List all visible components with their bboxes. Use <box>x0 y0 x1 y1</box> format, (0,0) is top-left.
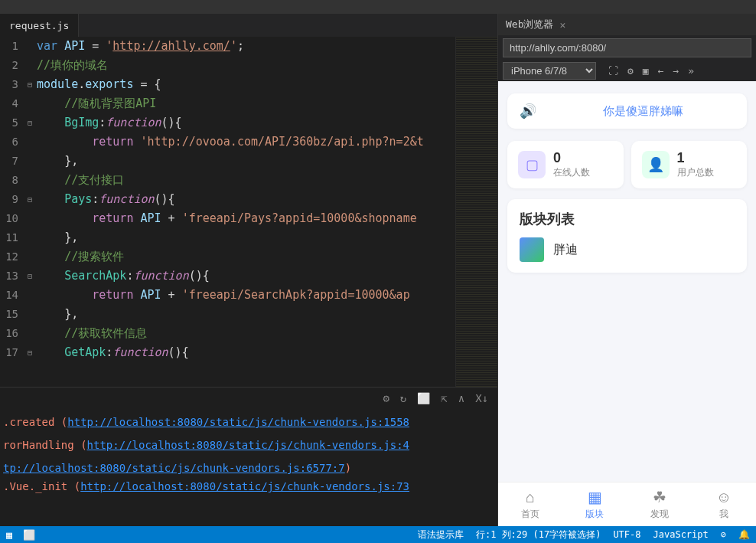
no-signal-icon[interactable]: ⊘ <box>721 529 726 540</box>
devtools-icon[interactable]: ▣ <box>643 65 649 77</box>
stack-link[interactable]: http://localhost:8080/static/js/chunk-ve… <box>87 439 409 451</box>
minimap[interactable] <box>455 37 497 387</box>
editor-panel: request.js 1234567891011121314151617 ⊟⊟⊟… <box>0 14 497 526</box>
grid-icon[interactable]: ▦ <box>6 529 12 541</box>
file-tab-request-js[interactable]: request.js <box>0 14 79 37</box>
url-bar <box>498 35 756 60</box>
code-content[interactable]: var API = 'http://ahlly.com/';//填你的域名mod… <box>37 37 455 387</box>
bottom-nav: ⌂ 首页 ▦ 版块 ☘ 发现 ☺ 我 <box>498 482 756 526</box>
stack-link[interactable]: http://localhost:8080/static/js/chunk-ve… <box>80 480 409 492</box>
section-boards: 版块列表 胖迪 <box>507 199 747 273</box>
stats-row: ▢ 0 在线人数 👤 1 用户总数 <box>507 141 747 188</box>
banner-card: 🔊 你是傻逼胖娣嘛 <box>507 93 747 129</box>
terminal-output[interactable]: .created (http://localhost:8080/static/j… <box>0 408 497 526</box>
device-select[interactable]: iPhone 6/7/8 <box>503 62 596 80</box>
export-icon[interactable]: ⇱ <box>441 392 447 404</box>
section-title: 版块列表 <box>520 210 735 228</box>
bell-icon[interactable]: 🔔 <box>738 529 750 540</box>
more-icon[interactable]: » <box>688 65 694 77</box>
board-icon <box>520 237 544 262</box>
browser-toolbar: iPhone 6/7/8 ⛶ ⚙ ▣ ← → » <box>498 60 756 81</box>
user-icon: 👤 <box>642 151 670 178</box>
list-item[interactable]: 胖迪 <box>520 237 735 262</box>
status-syntax[interactable]: 语法提示库 <box>418 528 464 541</box>
forward-icon[interactable]: → <box>673 65 679 77</box>
status-language[interactable]: JavaScript <box>653 529 709 540</box>
mobile-preview: 🔊 你是傻逼胖娣嘛 ▢ 0 在线人数 👤 1 用户总数 <box>498 81 756 526</box>
tab-label: request.js <box>9 20 69 31</box>
nav-boards[interactable]: ▦ 版块 <box>562 482 627 526</box>
window-menubar <box>0 0 756 14</box>
status-encoding[interactable]: UTF-8 <box>613 529 640 540</box>
editor-tabs: request.js <box>0 14 497 37</box>
debug-icon[interactable]: ⚙ <box>383 392 389 404</box>
browser-tab[interactable]: Web浏览器 ✕ <box>498 14 756 35</box>
fold-column[interactable]: ⊟⊟⊟⊟⊟ <box>23 37 37 387</box>
stack-link[interactable]: http://localhost:8080/static/js/chunk-ve… <box>67 416 409 428</box>
stat-online[interactable]: ▢ 0 在线人数 <box>507 141 624 188</box>
back-icon[interactable]: ← <box>658 65 664 77</box>
terminal-toolbar: ⚙ ↻ ⬜ ⇱ ∧ X↓ <box>0 387 497 408</box>
banner-text: 你是傻逼胖娣嘛 <box>552 104 735 119</box>
warning-icon[interactable]: ⬜ <box>23 529 35 541</box>
user-icon: ☺ <box>716 489 732 506</box>
discover-icon: ☘ <box>653 488 666 506</box>
home-icon: ⌂ <box>526 489 535 506</box>
status-position[interactable]: 行:1 列:29 (17字符被选择) <box>476 528 601 541</box>
nav-me[interactable]: ☺ 我 <box>692 482 756 526</box>
cube-icon: ▢ <box>518 151 546 178</box>
stat-users[interactable]: 👤 1 用户总数 <box>631 141 748 188</box>
collapse-icon[interactable]: ∧ <box>458 392 464 404</box>
main-area: request.js 1234567891011121314151617 ⊟⊟⊟… <box>0 14 756 526</box>
stack-link[interactable]: tp://localhost:8080/static/js/chunk-vend… <box>3 462 345 474</box>
url-input[interactable] <box>503 38 751 57</box>
close-icon[interactable]: ✕ <box>559 19 565 31</box>
stop-icon[interactable]: ⬜ <box>417 392 430 404</box>
nav-discover[interactable]: ☘ 发现 <box>627 482 692 526</box>
status-bar: ▦ ⬜ 语法提示库 行:1 列:29 (17字符被选择) UTF-8 JavaS… <box>0 526 756 543</box>
restart-icon[interactable]: ↻ <box>400 392 406 404</box>
line-numbers: 1234567891011121314151617 <box>0 37 23 387</box>
grid-icon: ▦ <box>588 488 602 506</box>
nav-home[interactable]: ⌂ 首页 <box>498 482 562 526</box>
browser-panel: Web浏览器 ✕ iPhone 6/7/8 ⛶ ⚙ ▣ ← → » 🔊 你是傻逼… <box>497 14 756 526</box>
sound-icon: 🔊 <box>520 103 536 119</box>
code-editor[interactable]: 1234567891011121314151617 ⊟⊟⊟⊟⊟ var API … <box>0 37 497 387</box>
close-icon[interactable]: X↓ <box>475 392 488 404</box>
rotate-icon[interactable]: ⛶ <box>608 65 618 77</box>
settings-icon[interactable]: ⚙ <box>627 65 634 77</box>
